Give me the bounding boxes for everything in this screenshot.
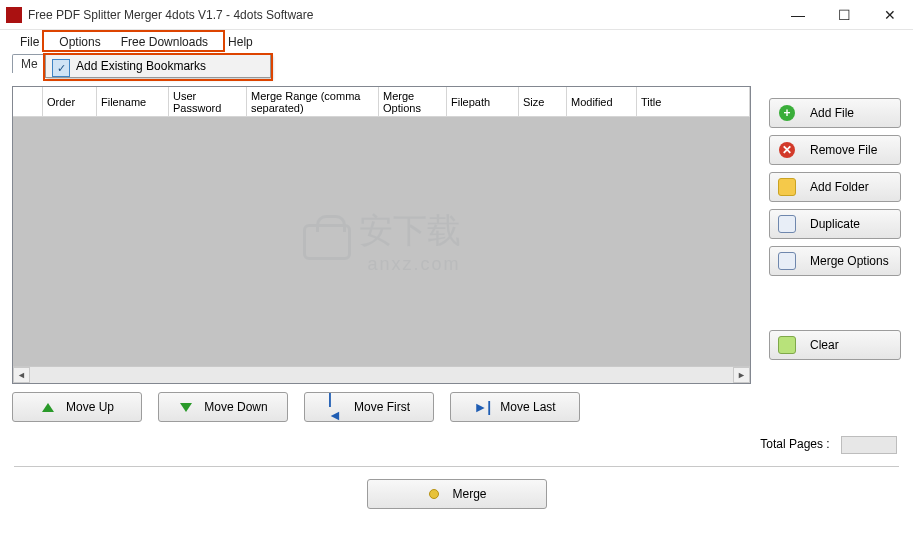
duplicate-button[interactable]: Duplicate — [769, 209, 901, 239]
column-header[interactable] — [13, 87, 43, 116]
merge-options-button[interactable]: Merge Options — [769, 246, 901, 276]
watermark: 安下载 anxz.com — [303, 208, 461, 275]
column-header-order[interactable]: Order — [43, 87, 97, 116]
tab-merge[interactable]: Me — [12, 54, 47, 73]
dropdown-add-existing-bookmarks[interactable]: ✓ Add Existing Bookmarks — [46, 55, 270, 77]
lock-icon — [303, 224, 351, 260]
last-icon: ►| — [474, 399, 490, 415]
column-header-filename[interactable]: Filename — [97, 87, 169, 116]
duplicate-icon — [778, 215, 796, 233]
main-area: Order Filename User Password Merge Range… — [0, 76, 913, 422]
merge-icon — [426, 486, 442, 502]
scroll-right-button[interactable]: ► — [733, 367, 750, 383]
options-icon — [778, 252, 796, 270]
menu-file[interactable]: File — [10, 32, 49, 52]
merge-button[interactable]: Merge — [367, 479, 547, 509]
column-header-merge-options[interactable]: Merge Options — [379, 87, 447, 116]
window-title: Free PDF Splitter Merger 4dots V1.7 - 4d… — [28, 8, 775, 22]
move-down-button[interactable]: Move Down — [158, 392, 288, 422]
add-icon: + — [778, 104, 796, 122]
button-label: Merge Options — [810, 254, 889, 268]
maximize-button[interactable]: ☐ — [821, 0, 867, 30]
button-label: Move First — [354, 400, 410, 414]
dropdown-item-label: Add Existing Bookmarks — [76, 59, 206, 73]
move-buttons-row: Move Up Move Down |◄ Move First ►| Move … — [12, 392, 751, 422]
options-dropdown: ✓ Add Existing Bookmarks — [45, 54, 271, 78]
move-first-button[interactable]: |◄ Move First — [304, 392, 434, 422]
minimize-button[interactable]: — — [775, 0, 821, 30]
menubar: File Options Free Downloads Help — [0, 30, 913, 54]
close-button[interactable]: ✕ — [867, 0, 913, 30]
scroll-left-button[interactable]: ◄ — [13, 367, 30, 383]
button-label: Move Up — [66, 400, 114, 414]
button-label: Add Folder — [810, 180, 869, 194]
remove-file-button[interactable]: ✕ Remove File — [769, 135, 901, 165]
column-header-title[interactable]: Title — [637, 87, 750, 116]
checkmark-icon: ✓ — [52, 59, 70, 77]
titlebar: Free PDF Splitter Merger 4dots V1.7 - 4d… — [0, 0, 913, 30]
watermark-sub: anxz.com — [359, 254, 461, 275]
button-label: Add File — [810, 106, 854, 120]
total-pages-value — [841, 436, 897, 454]
right-column: + Add File ✕ Remove File Add Folder Dupl… — [769, 86, 901, 422]
column-header-modified[interactable]: Modified — [567, 87, 637, 116]
app-icon — [6, 7, 22, 23]
watermark-text: 安下载 — [359, 211, 461, 249]
column-header-filepath[interactable]: Filepath — [447, 87, 519, 116]
button-label: Move Down — [204, 400, 267, 414]
button-label: Merge — [452, 487, 486, 501]
total-pages-label: Total Pages : — [760, 437, 829, 451]
clear-button[interactable]: Clear — [769, 330, 901, 360]
scroll-track[interactable] — [30, 367, 733, 383]
add-folder-button[interactable]: Add Folder — [769, 172, 901, 202]
add-file-button[interactable]: + Add File — [769, 98, 901, 128]
arrow-up-icon — [40, 399, 56, 415]
column-header-size[interactable]: Size — [519, 87, 567, 116]
clear-icon — [778, 336, 796, 354]
remove-icon: ✕ — [778, 141, 796, 159]
move-last-button[interactable]: ►| Move Last — [450, 392, 580, 422]
button-label: Move Last — [500, 400, 555, 414]
horizontal-scrollbar[interactable]: ◄ ► — [13, 366, 750, 383]
total-pages-row: Total Pages : — [0, 422, 913, 454]
file-grid: Order Filename User Password Merge Range… — [12, 86, 751, 384]
button-label: Duplicate — [810, 217, 860, 231]
button-label: Remove File — [810, 143, 877, 157]
button-label: Clear — [810, 338, 839, 352]
menu-options[interactable]: Options — [49, 32, 110, 52]
folder-icon — [778, 178, 796, 196]
column-header-user-password[interactable]: User Password — [169, 87, 247, 116]
column-header-merge-range[interactable]: Merge Range (comma separated) — [247, 87, 379, 116]
merge-row: Merge — [0, 467, 913, 521]
menu-help[interactable]: Help — [218, 32, 263, 52]
grid-body: 安下载 anxz.com — [13, 117, 750, 366]
spacer — [769, 283, 901, 323]
grid-header: Order Filename User Password Merge Range… — [13, 87, 750, 117]
move-up-button[interactable]: Move Up — [12, 392, 142, 422]
window-controls: — ☐ ✕ — [775, 0, 913, 30]
arrow-down-icon — [178, 399, 194, 415]
first-icon: |◄ — [328, 399, 344, 415]
menu-free-downloads[interactable]: Free Downloads — [111, 32, 218, 52]
left-column: Order Filename User Password Merge Range… — [12, 86, 751, 422]
